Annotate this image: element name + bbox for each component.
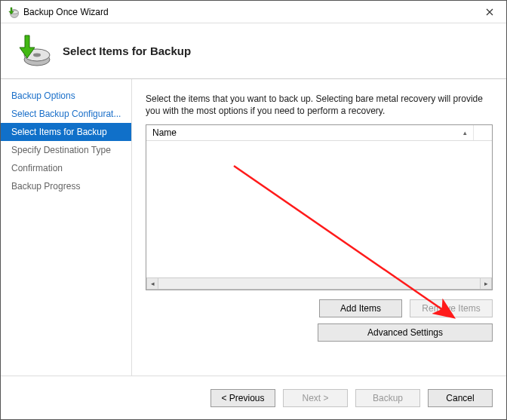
wizard-footer: < Previous Next > Backup Cancel (1, 376, 506, 419)
scroll-right-icon[interactable]: ▸ (480, 277, 492, 290)
backup-wizard-icon (14, 32, 52, 70)
list-body[interactable] (146, 141, 492, 277)
next-button: Next > (283, 389, 348, 407)
page-title: Select Items for Backup (63, 44, 191, 57)
close-button[interactable] (473, 1, 506, 23)
items-listbox[interactable]: Name ▴ ◂ ▸ (146, 124, 493, 290)
step-specify-destination-type: Specify Destination Type (1, 141, 131, 159)
backup-button: Backup (355, 389, 420, 407)
previous-button[interactable]: < Previous (210, 389, 275, 407)
step-select-items-for-backup[interactable]: Select Items for Backup (1, 123, 131, 141)
scroll-left-icon[interactable]: ◂ (146, 277, 158, 290)
advanced-settings-button[interactable]: Advanced Settings (318, 323, 493, 342)
step-select-backup-configuration[interactable]: Select Backup Configurat... (1, 105, 131, 123)
sort-asc-icon: ▴ (463, 129, 467, 136)
titlebar: Backup Once Wizard (1, 1, 506, 23)
window-title: Backup Once Wizard (23, 7, 473, 17)
step-backup-options[interactable]: Backup Options (1, 87, 131, 105)
svg-point-4 (33, 53, 41, 57)
scroll-track[interactable] (158, 277, 480, 290)
column-header-label: Name (152, 127, 177, 138)
main-panel: Select the items that you want to back u… (132, 79, 506, 376)
step-confirmation: Confirmation (1, 159, 131, 177)
cancel-button[interactable]: Cancel (428, 389, 493, 407)
backup-app-icon (7, 6, 19, 18)
horizontal-scrollbar[interactable]: ◂ ▸ (146, 277, 492, 290)
remove-items-button: Remove Items (410, 299, 493, 317)
step-backup-progress: Backup Progress (1, 177, 131, 195)
list-header: Name ▴ (146, 125, 492, 141)
wizard-steps-sidebar: Backup Options Select Backup Configurat.… (1, 79, 132, 376)
column-header-spacer (474, 125, 492, 140)
wizard-header: Select Items for Backup (1, 23, 506, 79)
add-items-button[interactable]: Add Items (319, 299, 402, 317)
instruction-text: Select the items that you want to back u… (146, 93, 493, 117)
column-header-name[interactable]: Name ▴ (146, 125, 474, 140)
